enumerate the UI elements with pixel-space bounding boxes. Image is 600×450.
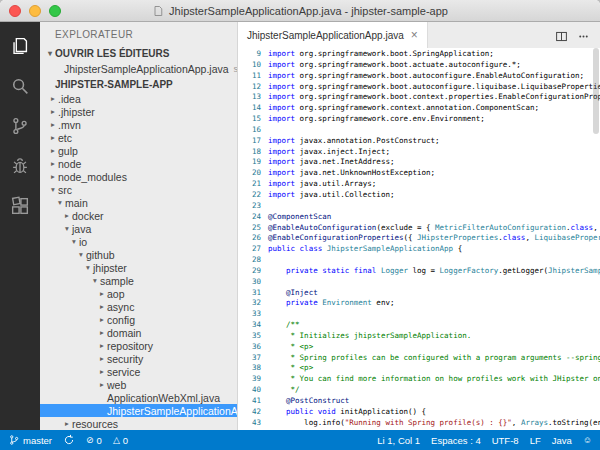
- feedback[interactable]: ☺: [583, 436, 592, 445]
- code-area[interactable]: 9import org.springframework.boot.SpringA…: [238, 48, 600, 430]
- code-line[interactable]: 14import org.springframework.context.ann…: [238, 103, 600, 114]
- code-line[interactable]: 19import java.net.InetAddress;: [238, 157, 600, 168]
- sync-button[interactable]: [63, 434, 75, 446]
- code-line[interactable]: 15import org.springframework.core.env.En…: [238, 114, 600, 125]
- code-line[interactable]: 18import javax.inject.Inject;: [238, 147, 600, 158]
- zoom-button[interactable]: [49, 5, 61, 17]
- code-line[interactable]: 37 * Spring profiles can be configured w…: [238, 353, 600, 364]
- open-editors-header[interactable]: ▾ OUVRIR LES ÉDITEURS: [40, 45, 237, 61]
- language-mode[interactable]: Java: [552, 435, 572, 446]
- code-line[interactable]: 13import org.springframework.boot.contex…: [238, 92, 600, 103]
- code-line[interactable]: 35 * Initializes jhipsterSampleApplicati…: [238, 331, 600, 342]
- code-line[interactable]: 33: [238, 309, 600, 320]
- editor-tab[interactable]: JhipsterSampleApplicationApp.java ×: [238, 22, 428, 48]
- code-line[interactable]: 42 public void initApplication() {: [238, 407, 600, 418]
- problems-warnings[interactable]: △0: [113, 435, 128, 446]
- tree-item[interactable]: ▸.jhipster: [40, 105, 237, 118]
- more-actions-icon[interactable]: [577, 29, 590, 42]
- tree-item[interactable]: ▸config: [40, 313, 237, 326]
- tree-item[interactable]: ▾main: [40, 196, 237, 209]
- cursor-position[interactable]: Li 1, Col 1: [377, 435, 420, 446]
- tree-item[interactable]: ▾java: [40, 222, 237, 235]
- tree-item[interactable]: ▸etc: [40, 131, 237, 144]
- chevron-right-icon: ▸: [48, 146, 58, 155]
- tree-item[interactable]: ▾github: [40, 248, 237, 261]
- tree-item[interactable]: ▾io: [40, 235, 237, 248]
- code-line[interactable]: 44 Collection<String> activeProfiles = A…: [238, 429, 600, 430]
- code-token: LoggerFactory: [440, 266, 499, 275]
- indentation[interactable]: Espaces : 4: [431, 435, 481, 446]
- code-line[interactable]: 29 private static final Logger log = Log…: [238, 266, 600, 277]
- problems-errors[interactable]: ⊘0: [86, 435, 102, 446]
- tree-item[interactable]: ▾src: [40, 183, 237, 196]
- code-line[interactable]: 32 private Environment env;: [238, 298, 600, 309]
- tree-item[interactable]: ▸async: [40, 300, 237, 313]
- code-line[interactable]: 17import javax.annotation.PostConstruct;: [238, 136, 600, 147]
- activity-item-debug[interactable]: [0, 148, 40, 188]
- code-line[interactable]: 41 @PostConstruct: [238, 396, 600, 407]
- close-icon[interactable]: ×: [411, 29, 418, 41]
- code-line[interactable]: 39 * You can find more information on ho…: [238, 374, 600, 385]
- tree-item[interactable]: ▸node: [40, 157, 237, 170]
- code-line[interactable]: 24@ComponentScan: [238, 212, 600, 223]
- code-line[interactable]: 16: [238, 125, 600, 136]
- code-line[interactable]: 43 log.info("Running with Spring profile…: [238, 418, 600, 429]
- code-line[interactable]: 23: [238, 201, 600, 212]
- code-line[interactable]: 27public class JhipsterSampleApplication…: [238, 244, 600, 255]
- tree-item[interactable]: ▸aop: [40, 287, 237, 300]
- project-header[interactable]: JHIPSTER-SAMPLE-APP: [40, 76, 237, 92]
- code-line[interactable]: 34 /**: [238, 320, 600, 331]
- code-line[interactable]: 11import org.springframework.boot.autoco…: [238, 71, 600, 82]
- tree-item[interactable]: ▸.mvn: [40, 118, 237, 131]
- code-line[interactable]: 28: [238, 255, 600, 266]
- code-line[interactable]: 12import org.springframework.boot.autoco…: [238, 82, 600, 93]
- code-line[interactable]: 31 @Inject: [238, 288, 600, 299]
- code-line[interactable]: 36 * <p>: [238, 342, 600, 353]
- open-editor-item[interactable]: JhipsterSampleApplicationApp.javasrc/m..…: [40, 61, 237, 76]
- tree-item[interactable]: ▸repository: [40, 339, 237, 352]
- code-line[interactable]: 30: [238, 277, 600, 288]
- code-line[interactable]: 21import java.util.Arrays;: [238, 179, 600, 190]
- code-token: org.springframework.boot.SpringApplicati…: [295, 49, 494, 58]
- chevron-right-icon: ▸: [97, 328, 107, 337]
- tree-item[interactable]: ▸service: [40, 365, 237, 378]
- close-button[interactable]: [9, 5, 21, 17]
- code-token: Arrays: [467, 429, 494, 430]
- code-line[interactable]: 25@EnableAutoConfiguration(exclude = { M…: [238, 223, 600, 234]
- tree-item-label: github: [86, 249, 115, 261]
- tree-item[interactable]: ▸security: [40, 352, 237, 365]
- code-line[interactable]: 38 * <p>: [238, 363, 600, 374]
- activity-item-explorer[interactable]: [0, 28, 40, 68]
- tree-item[interactable]: ▸.idea: [40, 92, 237, 105]
- tree-item[interactable]: ▸domain: [40, 326, 237, 339]
- activity-item-source-control[interactable]: [0, 108, 40, 148]
- code-line-text: * You can find more information on how p…: [268, 374, 600, 385]
- minimize-button[interactable]: [29, 5, 41, 17]
- code-token: static: [322, 266, 349, 275]
- line-number: 14: [238, 103, 268, 114]
- tree-item[interactable]: ▸node_modules: [40, 170, 237, 183]
- tree-item[interactable]: ApplicationWebXml.java: [40, 391, 237, 404]
- tree-item[interactable]: ▸gulp: [40, 144, 237, 157]
- tree-item[interactable]: ▸resources: [40, 417, 237, 430]
- open-editors-list: JhipsterSampleApplicationApp.javasrc/m..…: [40, 61, 237, 76]
- tree-item[interactable]: JhipsterSampleApplicationApp.java: [40, 404, 237, 417]
- encoding[interactable]: UTF-8: [492, 435, 519, 446]
- code-line[interactable]: 26@EnableConfigurationProperties({ JHips…: [238, 233, 600, 244]
- scrollbar-thumb[interactable]: [593, 48, 599, 134]
- encoding-label: UTF-8: [492, 435, 519, 446]
- eol[interactable]: LF: [530, 435, 541, 446]
- code-line[interactable]: 40 */: [238, 385, 600, 396]
- tree-item[interactable]: ▸docker: [40, 209, 237, 222]
- activity-item-extensions[interactable]: [0, 188, 40, 228]
- code-line[interactable]: 9import org.springframework.boot.SpringA…: [238, 49, 600, 60]
- tree-item[interactable]: ▸web: [40, 378, 237, 391]
- code-line[interactable]: 20import java.net.UnknownHostException;: [238, 168, 600, 179]
- tree-item[interactable]: ▾jhipster: [40, 261, 237, 274]
- branch-status[interactable]: master: [8, 434, 52, 446]
- tree-item[interactable]: ▾sample: [40, 274, 237, 287]
- activity-item-search[interactable]: [0, 68, 40, 108]
- split-editor-icon[interactable]: [555, 29, 568, 42]
- code-line[interactable]: 10import org.springframework.boot.actuat…: [238, 60, 600, 71]
- code-line[interactable]: 22import java.util.Collection;: [238, 190, 600, 201]
